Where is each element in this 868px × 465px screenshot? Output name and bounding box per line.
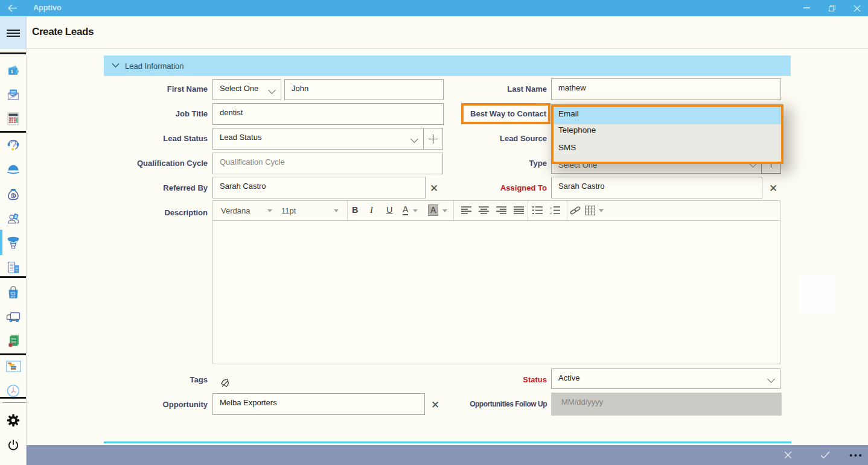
svg-text:$: $: [11, 69, 13, 74]
svg-text:2: 2: [550, 211, 552, 215]
svg-text:1: 1: [550, 206, 552, 210]
svg-text:$: $: [12, 194, 14, 198]
